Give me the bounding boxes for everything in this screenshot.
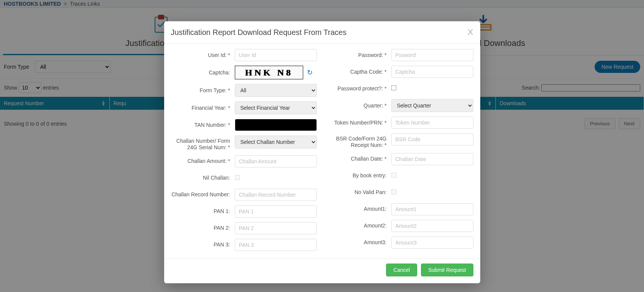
tan-number-input — [235, 119, 317, 131]
pan2-input[interactable] — [235, 222, 317, 234]
label-captcha: Captcha: — [171, 69, 235, 76]
label-password-protect: Password protect?: * — [328, 85, 391, 92]
form-type-select-modal[interactable]: All — [235, 84, 317, 97]
modal-footer: Cancel Submit Request — [164, 259, 480, 283]
label-user-id: User Id: * — [171, 52, 235, 58]
label-pan2: PAN 2: — [171, 225, 235, 231]
amount3-input[interactable] — [391, 237, 473, 249]
label-password: Password: * — [328, 52, 391, 58]
label-pan1: PAN 1: — [171, 208, 235, 215]
modal-title: Justification Report Download Request Fr… — [171, 28, 347, 37]
nil-challan-checkbox — [234, 175, 240, 180]
pan3-input[interactable] — [235, 239, 317, 251]
challan-date-input[interactable] — [391, 153, 473, 165]
password-input[interactable] — [391, 49, 473, 61]
form-right-column: Password: * Captha Code: * Password prot… — [328, 49, 473, 256]
pan1-input[interactable] — [235, 205, 317, 218]
user-id-input[interactable] — [235, 49, 317, 61]
label-quarter: Quarter: * — [328, 103, 391, 109]
label-bsr: BSR Code/Form 24G Receipt Num: * — [328, 133, 391, 148]
label-challan-date: Challan Date: * — [328, 156, 391, 162]
quarter-select[interactable]: Select Quarter — [391, 99, 473, 112]
label-amount3: Amount3: — [328, 239, 391, 246]
label-financial-year: Financial Year: * — [171, 105, 235, 111]
captcha-code-input[interactable] — [391, 66, 473, 78]
label-pan3: PAN 3: — [171, 241, 235, 248]
label-tan: TAN Number: * — [171, 122, 235, 128]
label-amount1: Amount1: — [328, 206, 391, 212]
label-challan-number: Challan Number/ Form 24G Serial Num: * — [171, 136, 235, 151]
label-no-valid-pan: No Valid Pan: — [328, 189, 391, 196]
challan-record-input[interactable] — [235, 189, 317, 201]
form-left-column: User Id: * Captcha:HNK N8↻ Form Type: *A… — [171, 49, 317, 256]
label-book-entry: By book entry: — [328, 172, 391, 179]
modal: Justification Report Download Request Fr… — [164, 21, 480, 283]
financial-year-select[interactable]: Select Financial Year — [235, 101, 317, 114]
book-entry-checkbox — [391, 172, 396, 178]
cancel-button[interactable]: Cancel — [386, 264, 417, 276]
label-nil-challan: Nil Challan: — [171, 175, 235, 181]
amount1-input[interactable] — [391, 203, 473, 215]
modal-header: Justification Report Download Request Fr… — [164, 21, 480, 44]
captcha-image: HNK N8 — [235, 66, 303, 79]
label-challan-record: Challan Record Number: — [171, 191, 235, 198]
close-icon[interactable]: X — [468, 27, 473, 37]
label-amount2: Amount2: — [328, 223, 391, 229]
token-number-input[interactable] — [391, 117, 473, 129]
label-challan-amount: Challan Amount: * — [171, 158, 235, 164]
label-captcha-code: Captha Code: * — [328, 69, 391, 75]
label-form-type: Form Type: * — [171, 87, 235, 94]
refresh-captcha-icon[interactable]: ↻ — [307, 68, 313, 77]
password-protect-checkbox[interactable] — [391, 85, 396, 91]
amount2-input[interactable] — [391, 220, 473, 232]
modal-body: User Id: * Captcha:HNK N8↻ Form Type: *A… — [164, 44, 480, 259]
challan-number-select[interactable]: Select Challan Number — [235, 136, 317, 148]
challan-amount-input[interactable] — [235, 155, 317, 167]
no-valid-pan-checkbox — [391, 189, 396, 194]
bsr-code-input[interactable] — [391, 133, 473, 145]
label-token: Token Number/PRN: * — [328, 120, 391, 126]
submit-request-button[interactable]: Submit Request — [421, 264, 473, 276]
